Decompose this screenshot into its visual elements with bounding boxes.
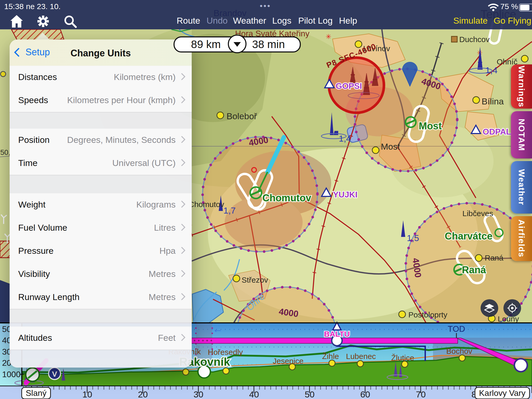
battery-percent: 75 % bbox=[500, 2, 518, 11]
svg-text:✳: ✳ bbox=[326, 33, 331, 41]
tod-label: TOD bbox=[448, 324, 465, 334]
battery-icon bbox=[519, 4, 532, 11]
chevron-right-icon bbox=[178, 270, 185, 277]
row-distances-label: Distances bbox=[18, 72, 57, 82]
change-units-popover: Setup Change Units Distances Kilometres … bbox=[10, 39, 192, 368]
row-position-label: Position bbox=[18, 135, 50, 145]
row-speeds[interactable]: Speeds Kilometres per Hour (kmph) bbox=[10, 89, 192, 112]
status-bar: 15:38 ne 23. 10. ••• 75 % bbox=[0, 0, 532, 12]
town-label: Postoloprty bbox=[408, 310, 447, 319]
tab-airfields[interactable]: Airfields bbox=[511, 216, 532, 261]
menu-weather[interactable]: Weather bbox=[233, 16, 266, 26]
row-distances-value: Kilometres (km) bbox=[114, 72, 176, 82]
row-visibility-label: Visibility bbox=[18, 269, 50, 279]
waypoint-label: YUJKI bbox=[333, 190, 357, 199]
town-label: Raná bbox=[485, 254, 503, 262]
airfield-label: Chomutov bbox=[262, 192, 311, 203]
profile-town: Bochov bbox=[446, 347, 472, 355]
chevron-right-icon bbox=[178, 201, 185, 208]
obstacle-label: 1,5 bbox=[407, 233, 419, 243]
row-fuel-volume-label: Fuel Volume bbox=[18, 223, 67, 233]
menu-simulate[interactable]: Simulate bbox=[453, 16, 488, 26]
row-runway-length[interactable]: Runway Length Metres bbox=[10, 286, 192, 309]
town-label: Bílina bbox=[482, 96, 504, 106]
menu-undo[interactable]: Undo bbox=[207, 16, 228, 26]
tab-notam-label: NOTAM bbox=[517, 119, 526, 151]
tab-warnings-label: Warnings bbox=[517, 66, 526, 108]
route-start-label: Slaný bbox=[21, 387, 51, 399]
row-altitudes[interactable]: Altitudes Feet bbox=[10, 327, 192, 350]
obstacle-label: 1,4 bbox=[485, 65, 497, 75]
top-bar: 15:38 ne 23. 10. ••• 75 % Route Undo bbox=[0, 0, 532, 29]
tab-weather[interactable]: Weather bbox=[511, 161, 532, 214]
popover-header: Setup Change Units bbox=[10, 39, 192, 66]
waypoint-label: GOPSI bbox=[336, 81, 362, 91]
ruler-label: 70 bbox=[416, 389, 426, 399]
svg-text:V: V bbox=[52, 370, 57, 378]
row-runway-length-label: Runway Length bbox=[18, 292, 79, 302]
row-pressure-value: Hpa bbox=[159, 246, 176, 256]
tab-weather-label: Weather bbox=[517, 169, 526, 205]
tab-notam[interactable]: NOTAM bbox=[511, 111, 532, 158]
profile-waypoint-label: BALTU bbox=[324, 330, 350, 338]
ruler-label: 50 bbox=[305, 389, 315, 399]
svg-text:←: ← bbox=[212, 323, 223, 335]
row-position[interactable]: Position Degrees, Minutes, Seconds bbox=[10, 129, 192, 152]
ruler-label: 20 bbox=[138, 389, 148, 399]
route-dropdown-button[interactable] bbox=[228, 35, 247, 53]
row-time-label: Time bbox=[18, 158, 37, 168]
layers-button[interactable] bbox=[481, 299, 498, 317]
layers-icon bbox=[484, 303, 495, 313]
ruler-label: 60 bbox=[360, 389, 370, 399]
row-distances[interactable]: Distances Kilometres (km) bbox=[10, 66, 192, 89]
profile-town: Jesenice bbox=[273, 357, 303, 365]
tab-warnings[interactable]: Warnings bbox=[511, 64, 532, 109]
town-label: Duchcov bbox=[459, 35, 490, 44]
destination-point bbox=[514, 359, 527, 372]
status-overflow-dots: ••• bbox=[260, 2, 271, 10]
chevron-right-icon bbox=[178, 293, 185, 300]
row-pressure[interactable]: Pressure Hpa bbox=[10, 240, 192, 263]
row-weight[interactable]: Weight Kilograms bbox=[10, 193, 192, 216]
popover-arrow bbox=[35, 32, 50, 40]
ruler-label: 10 bbox=[82, 389, 92, 399]
chevron-right-icon bbox=[178, 96, 185, 103]
menu-logs[interactable]: Logs bbox=[272, 16, 291, 26]
row-speeds-label: Speeds bbox=[18, 95, 48, 105]
town-label: Libčeves bbox=[462, 209, 493, 218]
row-speeds-value: Kilometres per Hour (kmph) bbox=[67, 95, 176, 105]
airfield-label: Raná bbox=[462, 264, 486, 275]
row-fuel-volume[interactable]: Fuel Volume Litres bbox=[10, 216, 192, 240]
distance-ruler[interactable]: 10 20 30 40 50 60 70 80 Slaný Karlovy Va… bbox=[0, 386, 532, 399]
row-time-value: Universal (UTC) bbox=[112, 158, 176, 168]
obstacle-label: 1,7 bbox=[223, 205, 236, 215]
menu-route[interactable]: Route bbox=[177, 16, 200, 26]
status-date: ne 23. 10. bbox=[26, 2, 61, 11]
menu-help[interactable]: Help bbox=[339, 16, 357, 26]
row-fuel-volume-value: Litres bbox=[154, 223, 176, 233]
skydemon-app: ✳ ✳ bbox=[0, 0, 532, 399]
alt-label: 1000 bbox=[2, 370, 21, 379]
dropdown-arrow-icon bbox=[234, 42, 241, 47]
chevron-right-icon bbox=[178, 224, 185, 231]
locate-button[interactable] bbox=[503, 299, 521, 317]
wifi-icon bbox=[488, 3, 499, 11]
airfield-label: Charvátce bbox=[445, 231, 493, 242]
row-weight-value: Kilograms bbox=[136, 200, 176, 210]
chevron-right-icon bbox=[178, 334, 185, 341]
obstacle-label: 1,4 bbox=[339, 134, 351, 143]
profile-town: Žlutice bbox=[391, 354, 414, 362]
vfr-point-icon: V bbox=[49, 368, 61, 380]
route-summary-pill[interactable]: 89 km 38 min bbox=[174, 36, 301, 52]
ruler-label: 30 bbox=[194, 389, 203, 399]
menu-go-flying[interactable]: Go Flying bbox=[494, 16, 531, 26]
clock: 15:38 bbox=[4, 2, 24, 11]
town-label: Střezov bbox=[242, 276, 268, 284]
chevron-right-icon bbox=[178, 136, 185, 143]
row-visibility[interactable]: Visibility Metres bbox=[10, 263, 192, 286]
menu-pilot-log[interactable]: Pilot Log bbox=[298, 16, 332, 26]
row-time[interactable]: Time Universal (UTC) bbox=[10, 152, 192, 175]
popover-title: Change Units bbox=[10, 48, 192, 59]
profile-town: Žihle bbox=[322, 352, 339, 361]
route-duration: 38 min bbox=[237, 38, 300, 51]
